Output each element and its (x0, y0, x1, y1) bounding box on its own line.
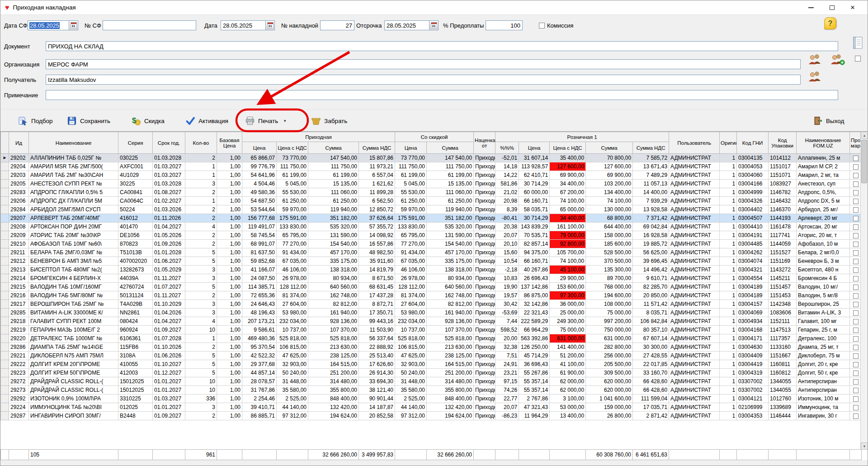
row-checkbox[interactable] (853, 156, 859, 161)
col-header-sk-summa[interactable]: Сумма (427, 142, 474, 154)
table-row[interactable]: 29284АРБИДОЛ 25МГ/5МЛ СУСП5022401.03.202… (1, 205, 862, 214)
table-row[interactable]: 29273ДРАЙДРАЙ CLASSIC ROLL-(1501202501.0… (1, 386, 862, 395)
row-checkbox[interactable] (853, 276, 859, 281)
scroll-up-button[interactable]: ▲ (861, 132, 868, 139)
table-row[interactable]: 29207АРЛЕВЕРТ ТАБ 20МГ/40МГ41601201.11.2… (1, 214, 862, 223)
row-checkbox[interactable] (853, 328, 859, 333)
row-checkbox[interactable] (853, 379, 859, 385)
col-header-prov[interactable]: Пров марк (850, 132, 862, 154)
print-dropdown-arrow-icon[interactable]: ▼ (283, 119, 287, 123)
help-button[interactable]: ? (824, 17, 836, 29)
date-calendar-button[interactable]: 31 (266, 20, 275, 30)
col-header-srok[interactable]: Срок год. (153, 132, 185, 154)
organization-users-button[interactable] (808, 53, 822, 67)
table-row[interactable]: 29216ВАЛОДИН ТАБ 5МГ/80МГ №5013112401.11… (1, 291, 862, 300)
row-checkbox[interactable] (853, 224, 859, 230)
col-header-r-cena[interactable]: Цена (519, 142, 550, 154)
prepay-input[interactable] (486, 20, 523, 30)
organization-input[interactable] (46, 59, 801, 69)
row-checkbox[interactable] (853, 319, 859, 324)
table-row[interactable]: ▶29202АЛЛАПИНИН ТАБ 0,025Г №03022501.03.… (1, 154, 862, 162)
table-row[interactable]: 29222ДОЛГИТ КРЕМ 20Г\ПРОМЕ41005501.10.20… (1, 360, 862, 369)
col-header-r-summa[interactable]: Сумма (586, 142, 633, 154)
col-header-cena[interactable]: Цена (242, 142, 277, 154)
col-header-orig[interactable]: Оригинал (720, 132, 737, 154)
scroll-down-button[interactable]: ▼ (861, 442, 868, 450)
col-header-user[interactable]: Пользователь (669, 132, 720, 154)
maximize-button[interactable] (821, 0, 842, 14)
col-header-cena-nds[interactable]: Цена с НДС (277, 142, 308, 154)
table-row[interactable]: 29283АПДРОПС ГЛ/КАПЛИ 0,5% 5CA0084101.08… (1, 188, 862, 197)
add-organization-user-button[interactable] (830, 53, 845, 67)
table-row[interactable]: 29218ГАЛАВИТ СУПП РЕКТ 100М08042401.04.2… (1, 317, 862, 326)
col-header-gni[interactable]: Код ГНИ (737, 132, 769, 154)
col-header-baza[interactable]: Базовая Цена (217, 132, 242, 154)
row-checkbox[interactable] (853, 267, 859, 273)
row-checkbox[interactable] (853, 310, 859, 316)
otsrochka-input[interactable] (384, 20, 429, 30)
table-row[interactable]: 29285ВИТАМИН A-LIK 33000МЕ К/NN286101.04… (1, 309, 862, 317)
table-row[interactable]: 29213БИСЕПТОЛ ТАБ 480МГ №2(1328267301.05… (1, 266, 862, 274)
vertical-scrollbar[interactable]: ▲ ▼ (860, 132, 868, 450)
otsrochka-calendar-button[interactable]: 31 (429, 20, 439, 30)
organization-checkbox[interactable] (855, 56, 861, 62)
col-header-summa[interactable]: Сумма (308, 142, 359, 154)
row-checkbox[interactable] (853, 371, 859, 376)
row-checkbox[interactable] (853, 388, 859, 393)
row-checkbox[interactable] (853, 173, 859, 178)
note-input[interactable] (46, 90, 838, 100)
table-row[interactable]: 29215ВАЛОДИН ТАБ 10МГ/160МГ4276072401.07… (1, 283, 862, 291)
table-row[interactable]: 29206АПДРОПС ДХ ГЛ/КАПЛИ 5МCA0064C01.02.… (1, 197, 862, 205)
table-row[interactable]: 29204АМАРИЛ MSR ТАБ 2МГ/500(AXFC00101.03… (1, 162, 862, 171)
row-checkbox[interactable] (853, 199, 859, 204)
row-checkbox[interactable] (853, 216, 859, 221)
col-header-kol[interactable]: Кол-во (185, 132, 217, 154)
row-checkbox[interactable] (853, 181, 859, 187)
col-header-summa-nds[interactable]: Сумма НДС (359, 142, 395, 154)
col-header-r-summa-nds[interactable]: Сумма НДС (633, 142, 669, 154)
table-row[interactable]: 29210АФОБАЗОЛ ТАБ 10МГ №60\87082301.09.2… (1, 240, 862, 248)
discount-button[interactable]: $ Скидка (127, 113, 169, 129)
table-row[interactable]: 29223ДОЛГИТ КРЕМ 50Г\ПРОМЕ41200301.12.20… (1, 369, 862, 377)
col-header-id[interactable]: Ид (9, 132, 29, 154)
row-checkbox[interactable] (853, 207, 859, 213)
row-checkbox[interactable] (853, 396, 859, 402)
col-header-sk-cena[interactable]: Цена (395, 142, 427, 154)
col-header-pct[interactable]: %%% (495, 142, 519, 154)
save-button[interactable]: Сохранить (63, 113, 114, 129)
podbor-button[interactable]: Подбор (14, 113, 57, 129)
row-checkbox[interactable] (853, 242, 859, 247)
table-row[interactable]: 29217ВЕРОШПИРОН ТАБ 25МГ №T4A029B01.10.2… (1, 300, 862, 309)
table-row[interactable]: 29220ДЕТРАЛЕКС ТАБ 1000МГ №610636101.07.… (1, 334, 862, 343)
col-header-fom[interactable]: Наименование FOM.UZ (797, 132, 850, 154)
date-sf-calendar-button[interactable]: 31 (69, 20, 78, 30)
table-row[interactable]: 29214БРОМГЕКСИН 4 БЕРЛИН-Х44039A01.11.20… (1, 274, 862, 283)
exit-button[interactable]: Выход (809, 113, 848, 129)
row-checkbox[interactable] (853, 414, 859, 419)
table-row[interactable]: 29272ДРАЙДРАЙ CLASSIC ROLL-(1501202501.0… (1, 377, 862, 386)
col-header-upak[interactable]: Код Упаковки (769, 132, 797, 154)
row-checkbox[interactable] (853, 164, 859, 170)
table-row[interactable]: 29221ДИКЛОБЕРЛ N75 АМП 75МЛ3108A01.06.20… (1, 352, 862, 360)
row-checkbox[interactable] (853, 293, 859, 299)
notebook-button[interactable] (851, 36, 864, 51)
document-input[interactable] (46, 41, 838, 51)
commission-checkbox[interactable] (539, 23, 545, 29)
row-checkbox[interactable] (853, 302, 859, 307)
scrollbar-thumb[interactable] (861, 140, 867, 183)
col-header-seria[interactable]: Серия (118, 132, 153, 154)
row-checkbox[interactable] (853, 362, 859, 367)
table-row[interactable]: 29286ДИАМПА ТАБ 25МГ №14\GE115FB601.10.2… (1, 343, 862, 352)
take-button[interactable]: Забрать (307, 113, 351, 129)
minimize-button[interactable] (801, 0, 821, 14)
row-checkbox[interactable] (853, 250, 859, 256)
recipient-users-button[interactable] (808, 70, 822, 85)
col-header-nacenka[interactable]: Наценка от (474, 132, 495, 154)
row-checkbox[interactable] (853, 405, 859, 410)
col-header-r-cena-nds[interactable]: Цена с НДС (550, 142, 586, 154)
row-checkbox[interactable] (853, 259, 859, 264)
table-row[interactable]: 29224ИММУНОЦИНК ТАБ №20\BI01202501.01.20… (1, 403, 862, 412)
date-sf-input[interactable]: 28.05.2025 (28, 20, 69, 30)
date-input[interactable] (221, 20, 266, 30)
row-checkbox[interactable] (853, 285, 859, 290)
